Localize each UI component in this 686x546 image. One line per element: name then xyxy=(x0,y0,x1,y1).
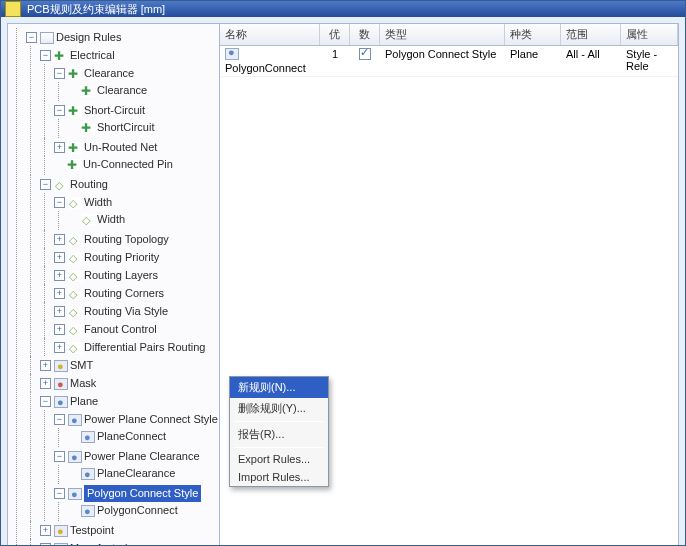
tree-pp-clearance[interactable]: −Power Plane Clearance xyxy=(52,448,202,465)
tree-electrical[interactable]: − Electrical xyxy=(38,47,117,64)
routing-icon xyxy=(54,179,68,191)
tree-pp-connect-rule[interactable]: PlaneConnect xyxy=(66,428,168,445)
clearance-icon xyxy=(68,68,82,80)
grid-header[interactable]: 名称 优 数 类型 种类 范围 属性 xyxy=(220,24,678,46)
body: − Design Rules − Electr xyxy=(1,17,685,546)
expander-icon[interactable]: − xyxy=(40,396,51,407)
tree-width-rule[interactable]: Width xyxy=(66,211,127,228)
tree-width[interactable]: − Width xyxy=(52,194,114,211)
tree-routing-topology[interactable]: +Routing Topology xyxy=(52,231,171,248)
tree-routing[interactable]: − Routing xyxy=(38,176,110,193)
shortcircuit-icon xyxy=(68,105,82,117)
rule-icon xyxy=(81,431,95,443)
cell-priority: 1 xyxy=(320,46,350,76)
smt-icon xyxy=(54,360,68,372)
width-icon xyxy=(68,197,82,209)
tree-routing-via-style[interactable]: +Routing Via Style xyxy=(52,303,170,320)
menu-new-rule[interactable]: 新规则(N)... xyxy=(230,377,328,398)
pcb-rule-editor: PCB规则及约束编辑器 [mm] − Design Rules xyxy=(0,0,686,546)
layers-icon xyxy=(68,270,82,282)
rule-icon xyxy=(225,48,239,60)
cell-attr: Style - Rele xyxy=(621,46,678,76)
col-scope[interactable]: 范围 xyxy=(561,24,621,45)
tree-pp-clearance-rule[interactable]: PlaneClearance xyxy=(66,465,177,482)
expander-icon[interactable]: − xyxy=(54,68,65,79)
tree-poly-connect[interactable]: −Polygon Connect Style xyxy=(52,485,203,502)
col-enabled[interactable]: 数 xyxy=(350,24,380,45)
tree-testpoint[interactable]: +Testpoint xyxy=(38,522,116,539)
menu-separator xyxy=(234,447,324,448)
tree-short-circuit[interactable]: − Short-Circuit xyxy=(52,102,147,119)
context-menu[interactable]: 新规则(N)... 删除规则(Y)... 报告(R)... Export Rul… xyxy=(229,376,329,487)
tree-routing-priority[interactable]: +Routing Priority xyxy=(52,249,161,266)
col-type[interactable]: 类型 xyxy=(380,24,505,45)
cell-category: Plane xyxy=(505,46,561,76)
rule-icon xyxy=(81,122,95,134)
app-icon xyxy=(5,1,21,17)
fanout-icon xyxy=(68,324,82,336)
cell-type: Polygon Connect Style xyxy=(380,46,505,76)
polyconnect-icon xyxy=(68,488,82,500)
grid-body[interactable]: PolygonConnect 1 Polygon Connect Style P… xyxy=(220,46,678,77)
tree-root[interactable]: − Design Rules xyxy=(24,29,123,46)
rule-icon xyxy=(81,85,95,97)
tree-diff-pairs[interactable]: +Differential Pairs Routing xyxy=(52,339,207,356)
cell-enabled[interactable] xyxy=(350,46,380,76)
viastyle-icon xyxy=(68,306,82,318)
expander-icon[interactable]: − xyxy=(54,197,65,208)
rule-icon xyxy=(81,468,95,480)
titlebar[interactable]: PCB规则及约束编辑器 [mm] xyxy=(1,1,685,17)
expander-icon[interactable]: − xyxy=(26,32,37,43)
menu-delete-rule[interactable]: 删除规则(Y)... xyxy=(230,398,328,419)
tree-fanout-control[interactable]: +Fanout Control xyxy=(52,321,159,338)
tree-pp-connect[interactable]: −Power Plane Connect Style xyxy=(52,411,220,428)
tree-clearance[interactable]: − Clearance xyxy=(52,65,136,82)
corners-icon xyxy=(68,288,82,300)
tree-smt[interactable]: +SMT xyxy=(38,357,95,374)
expander-icon[interactable]: − xyxy=(40,179,51,190)
expander-icon[interactable]: − xyxy=(54,105,65,116)
window-title: PCB规则及约束编辑器 [mm] xyxy=(27,2,165,17)
expander-icon[interactable]: + xyxy=(54,142,65,153)
tree-routing-layers[interactable]: +Routing Layers xyxy=(52,267,160,284)
plane-icon xyxy=(54,396,68,408)
topology-icon xyxy=(68,234,82,246)
tree-plane[interactable]: − Plane xyxy=(38,393,100,410)
tree-unrouted-net[interactable]: + Un-Routed Net xyxy=(52,139,159,156)
tree-manufacturing[interactable]: +Manufacturing xyxy=(38,540,142,546)
col-priority[interactable]: 优 xyxy=(320,24,350,45)
ppclear-icon xyxy=(68,451,82,463)
unroutednet-icon xyxy=(68,142,82,154)
grid-row[interactable]: PolygonConnect 1 Polygon Connect Style P… xyxy=(220,46,678,77)
rule-icon xyxy=(81,214,95,226)
expander-icon[interactable]: − xyxy=(40,50,51,61)
menu-export-rules[interactable]: Export Rules... xyxy=(230,450,328,468)
menu-report[interactable]: 报告(R)... xyxy=(230,424,328,445)
rules-icon xyxy=(40,32,54,44)
menu-separator xyxy=(234,421,324,422)
tree-mask[interactable]: +Mask xyxy=(38,375,98,392)
cell-scope: All - All xyxy=(561,46,621,76)
col-attributes[interactable]: 属性 xyxy=(621,24,678,45)
cell-name: PolygonConnect xyxy=(220,46,320,76)
tree-short-circuit-rule[interactable]: ShortCircuit xyxy=(66,119,156,136)
testpoint-icon xyxy=(54,525,68,537)
rule-icon xyxy=(81,505,95,517)
unconnectedpin-icon xyxy=(67,159,81,171)
priority-icon xyxy=(68,252,82,264)
diffpairs-icon xyxy=(68,342,82,354)
main: − Design Rules − Electr xyxy=(7,23,679,546)
col-category[interactable]: 种类 xyxy=(505,24,561,45)
ppconnect-icon xyxy=(68,414,82,426)
tree-unconnected-pin[interactable]: Un-Connected Pin xyxy=(52,156,175,173)
tree-routing-corners[interactable]: +Routing Corners xyxy=(52,285,166,302)
col-name[interactable]: 名称 xyxy=(220,24,320,45)
tree-clearance-rule[interactable]: Clearance xyxy=(66,82,149,99)
electrical-icon xyxy=(54,50,68,62)
check-icon[interactable] xyxy=(359,48,371,60)
tree-panel[interactable]: − Design Rules − Electr xyxy=(8,24,220,546)
tree-poly-connect-rule[interactable]: PolygonConnect xyxy=(66,502,180,519)
manufacturing-icon xyxy=(54,543,68,547)
mask-icon xyxy=(54,378,68,390)
menu-import-rules[interactable]: Import Rules... xyxy=(230,468,328,486)
